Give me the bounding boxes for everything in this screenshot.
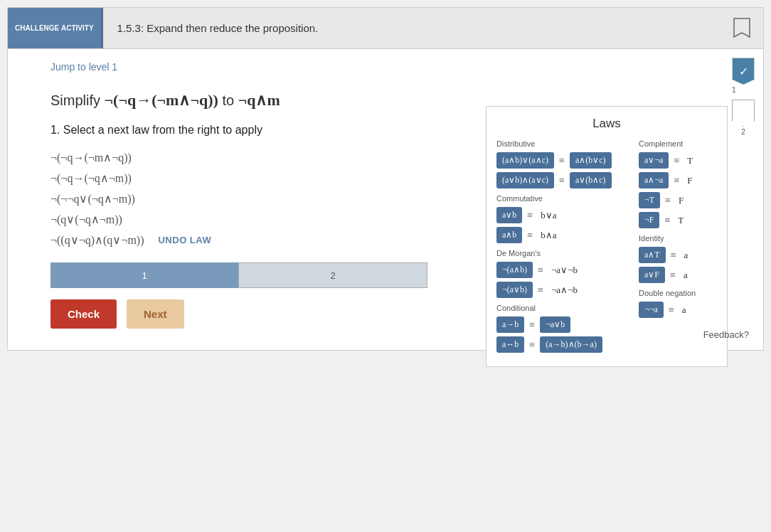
identity-btn-2[interactable]: a∨F	[639, 267, 665, 283]
complement-btn-2[interactable]: a∧¬a	[639, 172, 669, 188]
bookmark-icon[interactable]	[729, 16, 755, 41]
svg-marker-0	[734, 18, 750, 37]
progress-section: 1 2	[50, 262, 427, 288]
distributive-btn-1[interactable]: (a∧b)∨(a∧c)	[496, 152, 554, 169]
demorgan-btn-1[interactable]: ¬(a∧b)	[496, 262, 533, 278]
complement-btn-4[interactable]: ¬F	[639, 212, 659, 228]
demorgan-btn-2[interactable]: ¬(a∨b)	[496, 282, 533, 298]
law-row: a∨b ≡ b∨a	[496, 207, 632, 223]
distributive-label: Distributive	[496, 139, 632, 148]
law-row: a∧b ≡ b∧a	[496, 227, 632, 243]
laws-left-col: Distributive (a∧b)∨(a∧c) ≡ a∧(b∨c) (a∨b)…	[496, 139, 632, 356]
double-negation-btn-1[interactable]: ¬¬a	[639, 302, 664, 318]
simplify-to: ¬q∧m	[238, 91, 280, 109]
identity-btn-1[interactable]: a∧T	[639, 247, 666, 263]
header-title: 1.5.3: Expand then reduce the propositio…	[103, 22, 729, 34]
laws-columns: Distributive (a∧b)∨(a∧c) ≡ a∧(b∨c) (a∨b)…	[496, 139, 717, 356]
content-area: Jump to level 1 Simplify ¬(¬q→(¬m∧¬q)) t…	[8, 49, 763, 350]
double-negation-label: Double negation	[639, 289, 717, 297]
identity-label: Identity	[639, 234, 717, 243]
laws-panel: Laws Distributive (a∧b)∨(a∧c) ≡ a∧(b∨c) …	[486, 106, 728, 367]
demorgan-label: De Morgan's	[496, 249, 632, 257]
conditional-label: Conditional	[496, 304, 632, 312]
law-row: a∧T ≡ a	[639, 247, 717, 263]
conditional-btn-1[interactable]: a→b	[496, 316, 524, 333]
laws-title: Laws	[496, 117, 717, 131]
law-row: a→b ≡ ¬a∨b	[496, 316, 632, 333]
law-row: ¬(a∧b) ≡ ¬a∨¬b	[496, 262, 632, 278]
law-row: (a∨b)∧(a∨c) ≡ a∨(b∧c)	[496, 172, 632, 188]
conditional-btn-2[interactable]: a↔b	[496, 336, 524, 353]
check-button[interactable]: Check	[50, 299, 117, 329]
undo-law-button[interactable]: UNDO LAW	[158, 235, 211, 245]
commutative-label: Commutative	[496, 194, 632, 203]
feedback-link[interactable]: Feedback?	[703, 329, 749, 340]
distributive-result-1: a∧(b∨c)	[570, 152, 612, 169]
conditional-result-2: (a→b)∧(b→a)	[540, 336, 602, 353]
simplify-from: ¬(¬q→(¬m∧¬q))	[105, 91, 218, 109]
law-row: ¬¬a ≡ a	[639, 302, 717, 318]
law-row: (a∧b)∨(a∧c) ≡ a∧(b∨c)	[496, 152, 632, 169]
complement-btn-3[interactable]: ¬T	[639, 192, 660, 208]
law-row: a↔b ≡ (a→b)∧(b→a)	[496, 336, 632, 353]
complement-label: Complement	[639, 139, 717, 148]
commutative-btn-1[interactable]: a∨b	[496, 207, 522, 223]
distributive-btn-2[interactable]: (a∨b)∧(a∨c)	[496, 172, 554, 188]
distributive-result-2: a∨(b∧c)	[570, 172, 612, 188]
law-row: ¬T ≡ F	[639, 192, 717, 208]
commutative-btn-2[interactable]: a∧b	[496, 227, 522, 243]
law-row: a∨¬a ≡ T	[639, 152, 717, 169]
challenge-activity-label: CHALLENGE ACTIVITY	[8, 8, 103, 48]
laws-right-col: Complement a∨¬a ≡ T a∧¬a ≡ F ¬T	[639, 139, 717, 356]
progress-bar-2: 2	[238, 262, 427, 288]
header-bar: CHALLENGE ACTIVITY 1.5.3: Expand then re…	[8, 8, 763, 49]
law-row: a∧¬a ≡ F	[639, 172, 717, 188]
law-row: a∨F ≡ a	[639, 267, 717, 283]
law-row: ¬(a∨b) ≡ ¬a∧¬b	[496, 282, 632, 298]
outer-container: CHALLENGE ACTIVITY 1.5.3: Expand then re…	[0, 0, 771, 358]
main-card: CHALLENGE ACTIVITY 1.5.3: Expand then re…	[7, 7, 764, 351]
jump-to-level-link[interactable]: Jump to level 1	[50, 61, 117, 73]
conditional-result-1: ¬a∨b	[540, 316, 570, 333]
progress-bar-1: 1	[50, 262, 238, 288]
next-button[interactable]: Next	[127, 299, 184, 329]
complement-btn-1[interactable]: a∨¬a	[639, 152, 669, 169]
law-row: ¬F ≡ T	[639, 212, 717, 228]
